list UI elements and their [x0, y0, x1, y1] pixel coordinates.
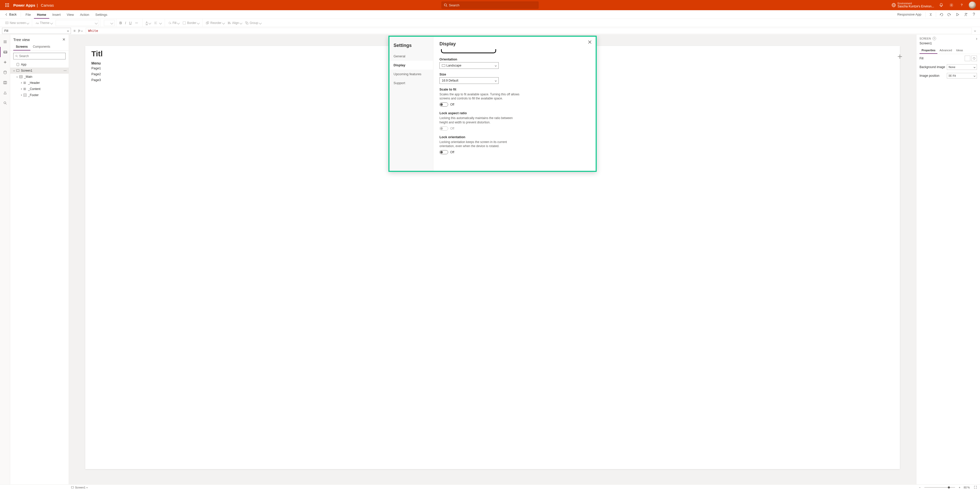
rail-hamburger-icon[interactable]	[0, 37, 10, 47]
tab-settings[interactable]: Settings	[92, 11, 110, 19]
reorder-button[interactable]: Reorder	[204, 19, 226, 27]
tab-view[interactable]: View	[64, 11, 77, 19]
rail-media-icon[interactable]	[0, 78, 10, 88]
img-position-value: Fit	[953, 74, 956, 77]
play-icon[interactable]	[953, 10, 962, 19]
notifications-icon[interactable]	[936, 0, 946, 10]
size-dropdown[interactable]: 16:9 Default	[439, 77, 499, 84]
fill-reset-icon[interactable]	[971, 56, 977, 61]
help-ribbon-icon[interactable]: ?	[970, 10, 978, 19]
bg-image-dropdown[interactable]: None	[947, 64, 977, 70]
tree-tab-screens[interactable]: Screens	[13, 43, 30, 51]
share-icon[interactable]	[962, 10, 970, 19]
align-label: Align	[232, 21, 239, 25]
brand-name[interactable]: Power Apps	[12, 3, 35, 7]
fill-button[interactable]: Fill	[166, 19, 181, 27]
underline-button[interactable]: U	[127, 19, 133, 27]
info-icon[interactable]: ?	[932, 37, 936, 40]
strikethrough-button[interactable]	[133, 19, 141, 27]
tree-node-footer[interactable]: _Footer	[10, 92, 68, 98]
rtab-advanced[interactable]: Advanced	[937, 47, 954, 54]
zoom-thumb[interactable]	[948, 487, 950, 488]
property-selector[interactable]: Fill	[2, 28, 71, 34]
rtab-properties[interactable]: Properties	[920, 47, 937, 54]
back-button[interactable]: Back	[2, 10, 19, 19]
tree-node-header[interactable]: _Header	[10, 80, 68, 86]
rail-insert-icon[interactable]	[0, 57, 10, 67]
settings-nav-general[interactable]: General	[390, 52, 433, 61]
tree-chevron-icon[interactable]	[12, 70, 16, 71]
lock-orient-toggle[interactable]	[439, 150, 448, 154]
reorder-label: Reorder	[210, 21, 221, 25]
panel-expand-icon[interactable]	[976, 37, 977, 40]
text-align-button[interactable]	[152, 19, 163, 27]
svg-rect-3	[5, 5, 6, 6]
group-button[interactable]: Group	[243, 19, 262, 27]
chevron-down-icon[interactable]	[86, 487, 88, 488]
tree-chevron-icon[interactable]	[15, 76, 19, 77]
undo-icon[interactable]	[937, 10, 945, 19]
rail-search-icon[interactable]	[0, 98, 10, 108]
italic-button[interactable]: I	[124, 19, 127, 27]
border-button[interactable]: Border	[181, 19, 201, 27]
settings-gear-icon[interactable]	[946, 0, 956, 10]
font-family-dropdown[interactable]	[56, 20, 99, 26]
scale-state: Off	[450, 103, 454, 106]
zoom-slider[interactable]	[924, 487, 955, 488]
orientation-dropdown[interactable]: Landscape	[439, 62, 499, 69]
tab-file[interactable]: File	[22, 11, 34, 19]
tree-node-content[interactable]: _Content	[10, 86, 68, 92]
tree-more-icon[interactable]: ⋯	[64, 69, 67, 72]
rail-tools-icon[interactable]	[0, 88, 10, 98]
settings-nav-display[interactable]: Display	[390, 61, 433, 70]
tab-action[interactable]: Action	[77, 11, 92, 19]
environment-picker[interactable]: Environment Sascha Kuntze's Environ...	[891, 2, 934, 8]
zoom-out-button[interactable]: −	[917, 486, 922, 489]
formula-input[interactable]: White	[86, 28, 972, 34]
font-color-button[interactable]: A	[144, 19, 152, 27]
scale-toggle[interactable]	[439, 103, 448, 106]
settings-nav-support[interactable]: Support	[390, 79, 433, 87]
user-avatar[interactable]	[969, 2, 976, 9]
settings-nav-upcoming[interactable]: Upcoming features	[390, 70, 433, 79]
tree-search-input[interactable]	[19, 54, 64, 58]
tree-close-icon[interactable]: ✕	[62, 37, 65, 42]
img-position-dropdown[interactable]: Fit	[947, 73, 977, 79]
fx-icon[interactable]: fx	[78, 29, 86, 33]
global-search[interactable]	[442, 2, 538, 9]
fit-screen-icon[interactable]	[973, 486, 978, 489]
svg-rect-2	[8, 3, 9, 4]
canvas-add-icon[interactable]	[896, 53, 904, 60]
theme-button[interactable]: Aa Theme	[34, 19, 54, 27]
bold-button[interactable]: B	[118, 19, 124, 27]
dialog-close-icon[interactable]	[587, 40, 592, 45]
global-search-input[interactable]	[449, 3, 536, 7]
app-launcher-icon[interactable]	[2, 3, 12, 7]
font-size-dropdown[interactable]	[104, 20, 115, 26]
fill-color-swatch[interactable]	[965, 56, 970, 61]
tree-node-screen1[interactable]: Screen1 ⋯	[10, 68, 68, 74]
new-screen-button[interactable]: New screen	[3, 19, 30, 27]
tree-tab-components[interactable]: Components	[30, 43, 53, 51]
tab-insert[interactable]: Insert	[49, 11, 64, 19]
zoom-in-button[interactable]: +	[957, 486, 962, 489]
svg-rect-48	[17, 63, 19, 66]
redo-icon[interactable]	[945, 10, 953, 19]
app-name-label[interactable]: Responsive App	[897, 13, 921, 16]
svg-rect-43	[5, 81, 6, 84]
tree-chevron-icon[interactable]	[19, 82, 23, 83]
status-screen[interactable]: Screen1	[75, 486, 86, 489]
tree-node-app[interactable]: App	[10, 62, 68, 68]
app-checker-icon[interactable]	[927, 10, 935, 19]
rail-treeview-icon[interactable]	[0, 47, 10, 57]
tree-chevron-icon[interactable]	[19, 95, 23, 95]
rail-data-icon[interactable]	[0, 67, 10, 78]
tree-chevron-icon[interactable]	[19, 89, 23, 89]
tree-node-main[interactable]: _Main	[10, 74, 68, 80]
tab-home[interactable]: Home	[34, 11, 49, 19]
rtab-ideas[interactable]: Ideas	[954, 47, 965, 54]
align-button[interactable]: Align	[226, 19, 244, 27]
help-icon[interactable]: ?	[956, 0, 967, 10]
tree-search[interactable]	[13, 53, 65, 59]
expand-formula-icon[interactable]	[972, 30, 978, 31]
